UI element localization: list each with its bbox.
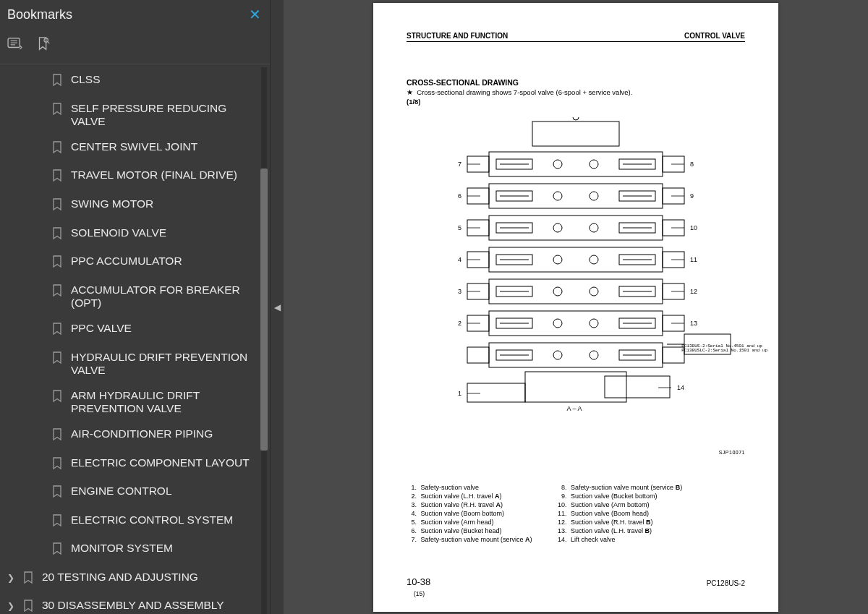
bookmark-ribbon-icon — [52, 351, 64, 368]
find-bookmark-icon[interactable] — [36, 36, 51, 55]
page-part-indicator: (1/8) — [407, 98, 421, 106]
svg-point-24 — [590, 192, 598, 200]
scrollbar-thumb[interactable] — [260, 169, 268, 451]
bookmark-item[interactable]: MONITOR SYSTEM — [0, 536, 270, 565]
section-label: A – A — [566, 405, 582, 412]
bookmark-label: PPC ACCUMULATOR — [71, 255, 267, 268]
legend-item: 13. Suction valve (L.H. travel B) — [557, 526, 683, 535]
page-subtitle: ★ Cross-sectional drawing shows 7-spool … — [407, 88, 632, 96]
svg-text:11: 11 — [690, 256, 697, 263]
bookmark-item[interactable]: SELF PRESSURE REDUCING VALVE — [0, 96, 270, 135]
bookmark-item[interactable]: SWING MOTOR — [0, 192, 270, 221]
bookmark-item[interactable]: ARM HYDRAULIC DRIFT PREVENTION VALVE — [0, 383, 270, 422]
bookmark-ribbon-icon — [52, 141, 64, 158]
svg-rect-72 — [467, 383, 525, 402]
page-model: PC128US-2 — [707, 579, 745, 587]
bookmark-ribbon-icon — [52, 284, 64, 301]
bookmark-item[interactable]: CLSS — [0, 67, 270, 96]
legend-item: 9. Suction valve (Bucket bottom) — [557, 492, 683, 500]
svg-point-51 — [590, 287, 598, 296]
bookmark-label: MONITOR SYSTEM — [71, 542, 267, 555]
legend-col-left: 1. Safety-suction valve2. Suction valve … — [407, 483, 532, 545]
bookmark-item[interactable]: ACCUMULATOR FOR BREAKER (OPT) — [0, 278, 270, 316]
legend-item: 5. Suction valve (Arm head) — [407, 518, 532, 526]
svg-point-23 — [553, 192, 562, 200]
bookmark-item[interactable]: PPC VALVE — [0, 316, 270, 345]
document-viewport[interactable]: STRUCTURE AND FUNCTION CONTROL VALVE CRO… — [284, 0, 868, 614]
bookmark-ribbon-icon — [23, 571, 35, 588]
bookmark-chapter[interactable]: ❯30 DISASSEMBLY AND ASSEMBLY — [0, 593, 270, 614]
bookmark-item[interactable]: TRAVEL MOTOR (FINAL DRIVE) — [0, 163, 270, 192]
outline-options-icon[interactable] — [7, 38, 23, 54]
bookmark-item[interactable]: CENTER SWIVEL JOINT — [0, 135, 270, 163]
bookmark-item[interactable]: PPC ACCUMULATOR — [0, 249, 270, 278]
bookmark-item[interactable]: AIR-CONDITIONER PIPING — [0, 422, 270, 451]
bookmark-ribbon-icon — [52, 169, 64, 186]
svg-point-7 — [573, 117, 579, 120]
svg-point-14 — [553, 160, 562, 169]
svg-point-69 — [590, 351, 598, 359]
bookmark-ribbon-icon — [52, 428, 64, 445]
svg-rect-6 — [532, 121, 619, 146]
bookmark-item[interactable]: SOLENOID VALVE — [0, 221, 270, 250]
svg-point-50 — [553, 287, 562, 296]
collapse-sidebar-handle[interactable]: ◀ — [271, 0, 284, 614]
bookmark-item[interactable]: ELECTRIC CONTROL SYSTEM — [0, 508, 270, 537]
bookmark-label: SELF PRESSURE REDUCING VALVE — [71, 102, 267, 129]
legend-item: 3. Suction valve (R.H. travel A) — [407, 500, 532, 509]
legend-item: 1. Safety-suction valve — [407, 483, 532, 492]
bookmark-label: HYDRAULIC DRIFT PREVENTION VALVE — [71, 351, 267, 378]
bookmark-item[interactable]: ENGINE CONTROL — [0, 479, 270, 508]
bookmark-ribbon-icon — [23, 600, 35, 614]
bookmark-ribbon-icon — [52, 103, 64, 119]
bookmark-label: ARM HYDRAULIC DRIFT PREVENTION VALVE — [71, 389, 267, 416]
bookmark-label: PPC VALVE — [71, 322, 267, 336]
svg-text:4: 4 — [458, 256, 461, 263]
svg-point-32 — [553, 223, 562, 232]
page-running-head: STRUCTURE AND FUNCTION CONTROL VALVE — [407, 32, 745, 42]
legend-item: 8. Safety-suction valve mount (service B… — [557, 483, 683, 492]
pdf-page: STRUCTURE AND FUNCTION CONTROL VALVE CRO… — [373, 3, 778, 612]
chevron-right-icon: ❯ — [6, 601, 16, 611]
bookmarks-header: Bookmarks ✕ — [0, 0, 270, 30]
legend-item: 11. Suction valve (Boom head) — [557, 509, 683, 518]
chevron-left-icon: ◀ — [274, 302, 281, 312]
bookmark-item[interactable]: HYDRAULIC DRIFT PREVENTION VALVE — [0, 345, 270, 383]
bookmark-item[interactable]: ELECTRIC COMPONENT LAYOUT — [0, 451, 270, 479]
bookmark-label: ELECTRIC CONTROL SYSTEM — [71, 513, 267, 527]
svg-text:13: 13 — [690, 320, 697, 327]
bookmark-label: ACCUMULATOR FOR BREAKER (OPT) — [71, 283, 267, 310]
close-icon[interactable]: ✕ — [249, 6, 261, 23]
bookmark-ribbon-icon — [52, 457, 64, 474]
bookmark-chapter[interactable]: ❯20 TESTING AND ADJUSTING — [0, 565, 270, 594]
bookmark-label: AIR-CONDITIONER PIPING — [71, 427, 267, 441]
running-head-left: STRUCTURE AND FUNCTION — [407, 32, 508, 40]
svg-rect-64 — [467, 347, 489, 363]
bookmark-ribbon-icon — [52, 255, 64, 272]
svg-point-15 — [590, 160, 598, 169]
bookmark-label: SOLENOID VALVE — [71, 226, 267, 240]
legend-item: 4. Suction valve (Boom bottom) — [407, 509, 532, 518]
legend-item: 14. Lift check valve — [557, 535, 683, 544]
legend-item: 10. Suction valve (Arm bottom) — [557, 500, 683, 509]
page-number: 10-38 — [407, 576, 430, 587]
bookmark-label: CENTER SWIVEL JOINT — [71, 140, 267, 154]
svg-point-33 — [590, 223, 598, 232]
star-bullet-icon: ★ — [407, 88, 417, 96]
running-head-right: CONTROL VALVE — [684, 32, 745, 40]
bookmark-label: SWING MOTOR — [71, 197, 267, 211]
page-subnum: (15) — [414, 590, 425, 597]
bookmark-label: 20 TESTING AND ADJUSTING — [42, 571, 267, 584]
legend-item: 7. Safety-suction valve mount (service A… — [407, 535, 532, 544]
legend: 1. Safety-suction valve2. Suction valve … — [407, 483, 745, 545]
cross-section-diagram: 7654321891011121314 A – A — [417, 117, 735, 414]
svg-text:6: 6 — [458, 192, 461, 200]
svg-line-5 — [48, 41, 50, 43]
legend-col-right: 8. Safety-suction valve mount (service B… — [557, 483, 683, 545]
chevron-right-icon: ❯ — [6, 573, 16, 583]
serial-note: PC138US-2:Serial No.4501 and up PC138USL… — [681, 344, 767, 354]
bookmark-label: CLSS — [71, 73, 267, 87]
bookmark-ribbon-icon — [52, 485, 64, 502]
svg-point-41 — [553, 255, 562, 264]
bookmarks-list[interactable]: CLSSSELF PRESSURE REDUCING VALVECENTER S… — [0, 67, 270, 614]
